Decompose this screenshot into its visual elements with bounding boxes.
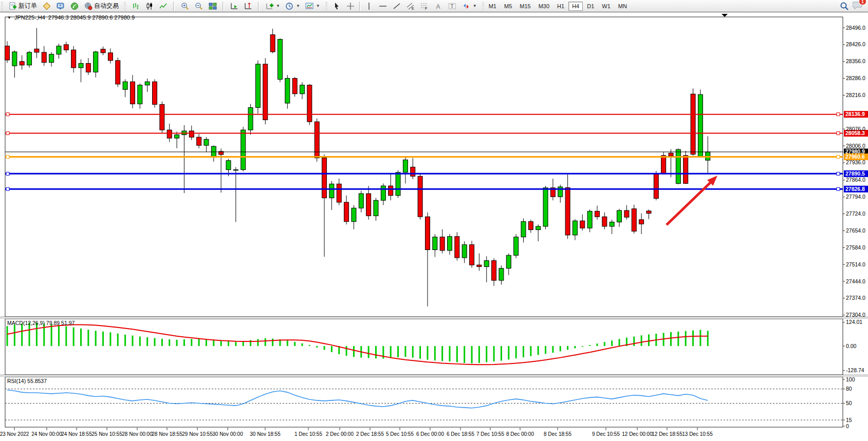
- trade-group: 新订单 自动交易: [4, 0, 123, 12]
- toolbar-grip[interactable]: [1, 2, 3, 10]
- price-tag-value: 27890.5: [845, 170, 865, 177]
- time-axis[interactable]: 23 Nov 202224 Nov 00:0024 Nov 18:5525 No…: [0, 428, 713, 437]
- time-tick-label: 8 Dec 18:55: [544, 431, 571, 437]
- timeframe-w1-button[interactable]: W1: [598, 2, 614, 11]
- chart-shift-marker-icon[interactable]: [722, 14, 728, 17]
- zoom-in-button[interactable]: [178, 1, 192, 11]
- toolbar-grip[interactable]: [124, 2, 126, 10]
- insert-group: ▼ ▼ ▼: [261, 0, 324, 12]
- candlesticks: [5, 28, 710, 306]
- price-tick-label: 27654.0: [846, 227, 865, 234]
- timeframe-h4-button[interactable]: H4: [568, 2, 583, 11]
- time-tick-label: 9 Dec 10:55: [592, 431, 620, 437]
- timeframe-h1-button[interactable]: H1: [553, 2, 568, 11]
- hline-handle[interactable]: [6, 132, 9, 135]
- price-tick-label: 28426.0: [846, 41, 865, 47]
- price-tick-label: 28286.0: [846, 75, 865, 81]
- chart-canvas[interactable]: 28136.928058.327980.927960.627890.527826…: [0, 12, 868, 441]
- search-icon[interactable]: [840, 2, 848, 10]
- auto-scroll-button[interactable]: [227, 1, 241, 11]
- chart-shift-icon: [244, 2, 252, 10]
- macd-axis-label: 124.01: [846, 319, 862, 325]
- periods-button[interactable]: ▼: [283, 1, 303, 11]
- chat-button[interactable]: 1: [853, 1, 863, 11]
- text-icon: A: [434, 2, 443, 10]
- text-button[interactable]: A: [432, 1, 446, 11]
- horizontal-line-icon: [379, 2, 387, 10]
- zoom-out-button[interactable]: [192, 1, 206, 11]
- timeframe-mn-button[interactable]: MN: [615, 2, 631, 11]
- price-pane: [5, 17, 843, 317]
- timeframe-m30-button[interactable]: M30: [535, 2, 553, 11]
- time-tick-label: 12 Dec 00:00: [622, 431, 653, 437]
- horizontal-line-button[interactable]: [376, 1, 390, 11]
- hline-handle[interactable]: [837, 155, 840, 158]
- chart-title: ▼ JPN225-,H4 27946.3 28045.9 27890.6 279…: [7, 14, 135, 21]
- new-order-button[interactable]: 新订单: [6, 1, 40, 11]
- chart-dropdown-icon[interactable]: ▼: [7, 15, 11, 20]
- timeframe-toolbar: M1M5M15M30H1H4D1W1MN: [485, 2, 631, 11]
- macd-signal-line: [7, 324, 708, 365]
- toolbar-grip[interactable]: [325, 2, 327, 10]
- zoom-in-icon: [180, 2, 189, 10]
- hline-handle[interactable]: [6, 172, 9, 175]
- autotrading-button[interactable]: 自动交易: [81, 1, 121, 11]
- bar-chart-button[interactable]: [128, 1, 142, 11]
- hline-handle[interactable]: [6, 187, 9, 190]
- timeframe-m1-button[interactable]: M1: [485, 2, 500, 11]
- price-tick-label: 28006.0: [846, 143, 865, 149]
- hline-handle[interactable]: [837, 187, 840, 190]
- horizontal-lines[interactable]: 28136.928058.327980.927960.627890.527826…: [5, 111, 868, 193]
- tile-windows-button[interactable]: [206, 1, 219, 11]
- hline-handle[interactable]: [6, 155, 9, 158]
- chart-shift-button[interactable]: [241, 1, 255, 11]
- time-tick-label: 24 Nov 00:00: [31, 431, 62, 437]
- time-tick-label: 30 Nov 18:55: [250, 431, 281, 437]
- chart-window: 28136.928058.327980.927960.627890.527826…: [0, 12, 868, 441]
- trendline-button[interactable]: [390, 1, 404, 11]
- timeframe-d1-button[interactable]: D1: [583, 2, 598, 11]
- time-tick-label: 28 Nov 18:55: [152, 431, 182, 437]
- main-toolbar: 新订单 自动交易: [0, 0, 868, 12]
- candlestick-button[interactable]: [142, 1, 156, 11]
- chevron-down-icon: ▼: [473, 4, 477, 8]
- fibonacci-button[interactable]: F: [418, 1, 432, 11]
- time-tick-label: 8 Dec 00:00: [506, 431, 534, 437]
- timeframe-m15-button[interactable]: M15: [516, 2, 534, 11]
- market-icon: [56, 2, 65, 10]
- vertical-line-button[interactable]: [362, 1, 376, 11]
- hline-handle[interactable]: [6, 113, 9, 116]
- templates-button[interactable]: ▼: [303, 1, 323, 11]
- macd-indicator: 124.010.00-128.74: [7, 319, 864, 373]
- rsi-axis-label: 50: [846, 400, 852, 406]
- chevron-down-icon: ▼: [316, 4, 320, 8]
- price-tick-label: 27864.0: [846, 177, 865, 183]
- time-tick-label: 28 Nov 00:00: [122, 431, 153, 437]
- timeframe-m5-button[interactable]: M5: [501, 2, 515, 11]
- indicators-button[interactable]: ▼: [263, 1, 283, 11]
- metaeditor-button[interactable]: [40, 1, 53, 11]
- rsi-axis-label: 80: [846, 386, 852, 392]
- hline-handle[interactable]: [837, 172, 840, 175]
- arrow-annotation[interactable]: [667, 176, 717, 225]
- price-tick-label: 27936.0: [846, 159, 865, 165]
- rsi-axis-label: 100: [846, 376, 855, 382]
- time-tick-label: 2 Dec 00:00: [326, 431, 354, 437]
- time-tick-label: 5 Dec 10:55: [386, 431, 414, 437]
- hline-handle[interactable]: [837, 113, 840, 116]
- macd-label: MACD(12,26,9) 79.89 51.97: [7, 320, 75, 326]
- market-button[interactable]: [53, 1, 67, 11]
- rsi-line: [7, 390, 708, 408]
- line-chart-button[interactable]: [156, 1, 170, 11]
- signals-button[interactable]: [67, 1, 81, 11]
- rsi-axis-label: 15: [846, 417, 852, 423]
- arrows-button[interactable]: ▼: [459, 1, 479, 11]
- cursor-button[interactable]: [330, 1, 344, 11]
- cursor-icon: [333, 2, 341, 10]
- toolbar-grip[interactable]: [482, 2, 484, 10]
- hline-handle[interactable]: [837, 132, 840, 135]
- crosshair-button[interactable]: [344, 1, 358, 11]
- tile-windows-icon: [208, 2, 217, 10]
- text-label-button[interactable]: T: [446, 1, 459, 11]
- equidistant-channel-button[interactable]: E: [404, 1, 418, 11]
